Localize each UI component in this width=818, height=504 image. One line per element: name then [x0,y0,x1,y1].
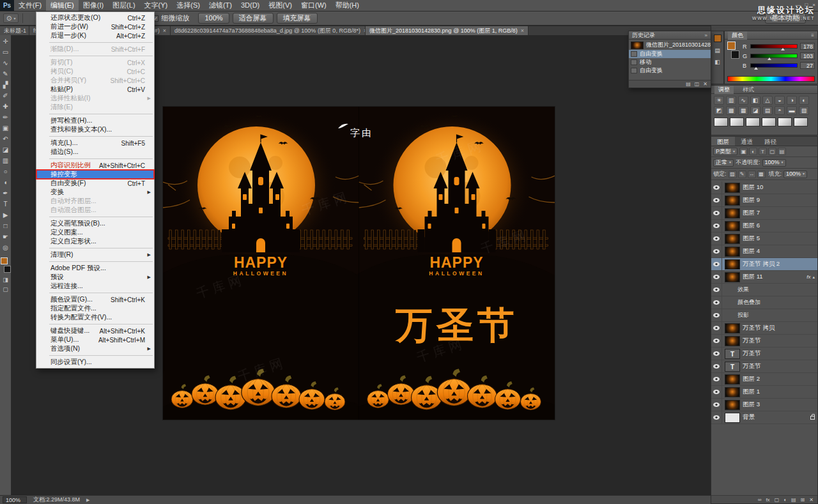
menu-item[interactable]: 剪切(T) Ctrl+X [36,58,154,67]
menu-item[interactable] [36,246,154,250]
menu-item[interactable]: 自动对齐图层... [36,197,154,206]
menu-item[interactable] [36,259,154,264]
layer-thumbnail[interactable] [725,247,740,257]
history-state-row[interactable]: 移动 [629,58,711,66]
layer-thumbnail[interactable] [725,259,740,270]
layer-style-icon[interactable]: fx [766,497,769,503]
link-layers-icon[interactable]: ∞ [758,497,762,503]
delete-layer-icon[interactable]: ✕ [809,497,814,503]
menu-item[interactable]: 后退一步(K) Alt+Ctrl+Z [36,31,154,40]
menu-item[interactable]: 合并拷贝(Y) Shift+Ctrl+C [36,76,154,85]
layer-visibility-toggle[interactable] [711,347,722,360]
layers-dock-tab[interactable]: 通道 [735,137,759,146]
menu-item[interactable] [36,353,154,358]
menu-item[interactable]: 选择性粘贴(I) ▶ [36,94,154,103]
layers-dock-tab[interactable]: 图层 [711,137,735,146]
layer-row[interactable]: 图层 2 [711,373,817,386]
layer-thumbnail[interactable] [725,183,740,193]
swatches-panel-icon[interactable]: ▤ [714,47,720,54]
menubar-item[interactable]: 编辑(E) [46,0,79,11]
actual-pixels-button[interactable]: 100% [198,13,229,24]
hue-saturation-icon[interactable]: ◒ [775,96,785,105]
layer-visibility-toggle[interactable] [711,386,722,399]
layer-visibility-toggle[interactable] [711,271,722,284]
screen-mode-icon[interactable]: ▢ [3,286,8,293]
style-swatch[interactable] [730,118,744,126]
layer-thumbnail[interactable] [725,387,740,397]
opacity-field[interactable]: 100% ▾ [762,159,786,167]
vibrance-icon[interactable]: △ [762,96,773,105]
slider-thumb-icon[interactable] [754,67,758,70]
menu-item[interactable]: 定义图案... [36,228,154,237]
channel-value-field[interactable]: 103 [800,52,815,59]
menu-item[interactable] [36,157,154,161]
menu-item[interactable]: 变换 ▶ [36,188,154,197]
layer-thumbnail[interactable] [725,362,740,372]
move-tool[interactable]: ✛ [0,36,12,47]
brightness-contrast-icon[interactable]: ☀ [714,96,724,105]
layer-thumbnail[interactable] [725,323,740,333]
new-doc-from-state-icon[interactable]: ▤ [686,81,691,87]
layer-thumbnail[interactable] [725,234,740,244]
dodge-tool[interactable]: ◖ [0,177,12,188]
background-color-swatch[interactable] [731,50,739,59]
slider-thumb-icon[interactable] [781,48,785,50]
layer-row[interactable]: 背景 [711,411,817,424]
tab-close-icon[interactable]: × [163,27,166,34]
black-white-icon[interactable]: ◐ [799,96,809,105]
menu-item[interactable]: 指定配置文件... [36,304,154,313]
menu-item[interactable]: 内容识别比例 Alt+Shift+Ctrl+C [36,161,154,170]
clone-stamp-tool[interactable]: ▣ [0,123,12,134]
layer-filter-dropdown[interactable]: P类型 ▾ [713,148,737,155]
filter-pixel-layers-icon[interactable]: ▣ [739,148,748,155]
layer-row[interactable]: 图层 1 [711,386,817,399]
menu-item[interactable]: 预设 ▶ [36,273,154,282]
layer-visibility-toggle[interactable] [711,194,722,207]
menu-item[interactable]: 渐隐(D)... Shift+Ctrl+F [36,45,154,54]
menu-item[interactable]: 首选项(N) ▶ [36,344,154,353]
menubar-item[interactable]: 窗口(W) [297,0,331,11]
layer-visibility-toggle[interactable] [711,258,722,271]
menu-item[interactable] [36,215,154,219]
invert-icon[interactable]: ◪ [750,106,760,115]
menu-item[interactable]: 操控变形 [36,170,154,179]
quick-mask-icon[interactable]: ◨ [3,277,8,283]
layer-row[interactable]: 图层 6 [711,220,817,233]
layer-thumbnail[interactable] [725,208,740,218]
layer-row[interactable]: 投影 [711,309,817,322]
layer-row[interactable]: 万圣节 [711,360,817,373]
eyedropper-tool[interactable]: ✐ [0,90,12,101]
layer-row[interactable]: 图层 7 [711,207,817,220]
layer-row[interactable]: 万圣节 [711,347,817,360]
fill-screen-button[interactable]: 填充屏幕 [277,13,318,24]
menu-item[interactable]: 清除(E) [36,103,154,112]
menubar-item[interactable]: 文件(F) [14,0,46,11]
style-swatch[interactable] [714,118,728,126]
photo-filter-icon[interactable]: ◩ [714,106,724,115]
slider-thumb-icon[interactable] [768,57,771,60]
layer-thumbnail[interactable] [725,272,740,282]
color-ramp[interactable] [727,76,815,82]
panel-tab[interactable]: 调整 [714,86,734,94]
style-swatch[interactable] [778,118,792,126]
layer-visibility-toggle[interactable] [711,220,722,233]
path-selection-tool[interactable]: ▶ [0,210,12,220]
panel-collapse-icon[interactable]: » [705,33,707,38]
menu-item[interactable]: 还原状态更改(O) Ctrl+Z [36,13,154,22]
color-lookup-icon[interactable]: ▦ [738,106,748,115]
layer-row[interactable]: 图层 11 fx ▴ [711,271,817,284]
create-snapshot-icon[interactable]: ◫ [695,81,700,87]
layer-visibility-toggle[interactable] [711,360,722,373]
lock-image-icon[interactable]: ✎ [738,171,746,178]
tab-close-icon[interactable]: × [521,27,524,34]
layer-mask-icon[interactable]: ▢ [775,497,780,503]
levels-icon[interactable]: ▥ [726,96,736,105]
curves-icon[interactable]: ∿ [738,96,748,105]
menubar-item[interactable]: 滤镜(T) [204,0,236,11]
menubar-item[interactable]: 视图(V) [264,0,297,11]
new-layer-icon[interactable]: ⊞ [801,497,805,503]
window-control-button[interactable]: — [795,0,800,10]
layer-visibility-toggle[interactable] [711,181,722,194]
gradient-tool[interactable]: ▥ [0,155,12,166]
workspace-switcher-button[interactable]: 基本功能 [765,13,806,24]
